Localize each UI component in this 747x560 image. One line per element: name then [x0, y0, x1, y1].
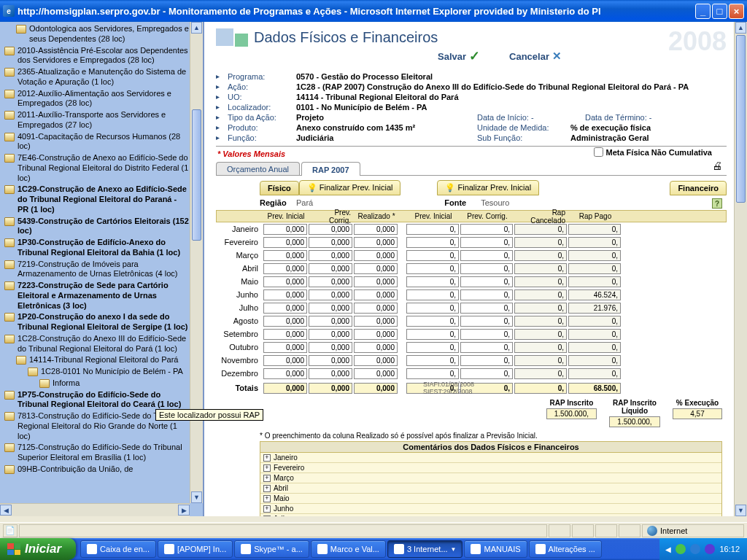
grid-cell[interactable]: 0,000 — [309, 250, 352, 261]
grid-cell[interactable]: 0,000 — [354, 289, 398, 300]
grid-cell[interactable]: 0,000 — [354, 329, 398, 340]
expand-icon[interactable]: + — [263, 454, 271, 462]
grid-cell[interactable]: 0, — [406, 224, 459, 235]
scroll-up-icon[interactable]: ▲ — [191, 22, 202, 34]
sidebar-item[interactable]: 2010-Assistência Pré-Escolar aos Depende… — [4, 45, 190, 67]
scroll-down-icon[interactable]: ▼ — [191, 491, 202, 503]
sidebar-item[interactable]: Odontologica aos Servidores, Empregados … — [4, 23, 190, 45]
scroll-down-icon[interactable]: ▼ — [735, 505, 746, 516]
sidebar-item[interactable]: 7223-Construção de Sede para Cartório El… — [4, 280, 190, 311]
grid-cell[interactable]: 0, — [406, 355, 459, 366]
help-icon[interactable]: ? — [712, 198, 722, 209]
grid-cell[interactable]: 0,000 — [354, 237, 398, 248]
sidebar-item[interactable]: 7125-Construção do Edifício-Sede do Trib… — [4, 442, 190, 464]
expand-icon[interactable]: + — [263, 475, 271, 482]
tab-rap-2007[interactable]: RAP 2007 — [301, 162, 360, 176]
expand-icon[interactable]: + — [263, 516, 271, 517]
scroll-up-icon[interactable]: ▲ — [735, 22, 746, 34]
sidebar-item[interactable]: 1P75-Construção do Edifício-Sede do Trib… — [4, 389, 190, 411]
grid-cell[interactable]: 0, — [406, 316, 459, 327]
comment-row[interactable]: +Março — [260, 473, 721, 483]
grid-cell[interactable]: 0, — [460, 303, 513, 314]
content-scrollbar[interactable]: ▲ ▼ — [734, 22, 747, 516]
grid-cell[interactable]: 0, — [460, 342, 513, 353]
sidebar-item[interactable]: 2011-Auxílio-Transporte aos Servidores e… — [4, 109, 190, 131]
grid-cell[interactable]: 0,000 — [309, 303, 352, 314]
taskbar-button[interactable]: Caixa de en... — [80, 540, 156, 558]
sidebar-item[interactable]: 2365-Atualização e Manutenção do Sistema… — [4, 66, 190, 88]
close-button[interactable]: × — [729, 4, 744, 19]
sidebar-item[interactable]: 2012-Auxílio-Alimentação aos Servidores … — [4, 88, 190, 110]
grid-cell[interactable]: 0,000 — [354, 342, 398, 353]
comment-row[interactable]: +Abril — [260, 483, 721, 494]
grid-cell[interactable]: 0, — [460, 355, 513, 366]
grid-cell[interactable]: 0, — [460, 250, 513, 261]
sidebar-item[interactable]: 1P20-Construção do anexo I da sede do Tr… — [4, 311, 190, 333]
tray-icon[interactable] — [705, 544, 715, 554]
grid-cell[interactable]: 0,000 — [263, 342, 307, 353]
comment-row[interactable]: +Julho — [260, 514, 721, 516]
grid-cell[interactable]: 0,000 — [354, 303, 398, 314]
sidebar-item[interactable]: 1C28-0101 No Município de Belém - PA — [4, 366, 190, 378]
grid-cell[interactable]: 0, — [406, 289, 459, 300]
scroll-thumb[interactable] — [192, 109, 201, 241]
sidebar-item[interactable]: 7E46-Construção de Anexo ao Edifício-Sed… — [4, 152, 190, 184]
grid-cell[interactable]: 0,000 — [263, 329, 307, 340]
minimize-button[interactable]: _ — [695, 4, 711, 19]
print-icon[interactable]: 🖨 — [712, 160, 722, 171]
grid-cell[interactable]: 0,000 — [309, 224, 352, 235]
grid-cell[interactable]: 0,000 — [354, 250, 398, 261]
start-button[interactable]: Iniciar — [0, 538, 76, 560]
grid-cell[interactable]: 0,000 — [309, 276, 352, 287]
sidebar-scrollbar-h[interactable]: ◀ ▶ — [0, 503, 190, 516]
expand-icon[interactable]: + — [263, 495, 271, 502]
sidebar-item[interactable]: Informa — [4, 378, 190, 389]
grid-cell[interactable]: 0,000 — [354, 224, 398, 235]
taskbar-button[interactable]: Alterações ... — [529, 540, 602, 558]
taskbar-button[interactable]: [APOMP] In... — [158, 540, 233, 558]
maximize-button[interactable]: □ — [712, 4, 727, 19]
tray-chevron-icon[interactable]: ◀ — [665, 545, 671, 553]
grid-cell[interactable]: 0,000 — [354, 276, 398, 287]
grid-cell[interactable]: 0,000 — [309, 342, 352, 353]
grid-cell[interactable]: 0,000 — [309, 289, 352, 300]
sidebar-scrollbar-v[interactable]: ▲ ▼ — [190, 22, 203, 503]
sidebar-item[interactable]: 4091-Capacitação de Recursos Humanos (28… — [4, 131, 190, 153]
grid-cell[interactable]: 0,000 — [263, 289, 307, 300]
grid-cell[interactable]: 0,000 — [263, 316, 307, 327]
grid-cell[interactable]: 0,000 — [263, 303, 307, 314]
grid-cell[interactable]: 0, — [406, 263, 459, 274]
grid-cell[interactable]: 0, — [406, 368, 459, 379]
expand-icon[interactable]: + — [263, 464, 271, 472]
taskbar-button[interactable]: Skype™ - a... — [234, 540, 309, 558]
sidebar-item[interactable]: 1C29-Construção de Anexo ao Edifício-Sed… — [4, 184, 190, 215]
grid-cell[interactable]: 0,000 — [263, 237, 307, 248]
grid-cell[interactable]: 0, — [406, 250, 459, 261]
taskbar-button[interactable]: 3 Internet... ▼ — [387, 540, 463, 558]
grid-cell[interactable]: 0,000 — [309, 237, 352, 248]
grid-cell[interactable]: 0,000 — [263, 263, 307, 274]
tray-icon[interactable] — [676, 544, 686, 554]
meta-fisica-checkbox[interactable]: Meta Física Não Cumulativa — [594, 147, 713, 157]
grid-cell[interactable]: 0, — [406, 276, 459, 287]
grid-cell[interactable]: 0, — [460, 276, 513, 287]
tray-icon[interactable] — [690, 544, 700, 554]
sidebar-item[interactable]: 5439-Construção de Cartórios Eleitorais … — [4, 216, 190, 238]
scroll-left-icon[interactable]: ◀ — [0, 505, 12, 516]
taskbar-button[interactable]: MANUAIS — [464, 540, 527, 558]
cancelar-button[interactable]: Cancelar✕ — [509, 48, 562, 64]
expand-icon[interactable]: + — [263, 505, 271, 513]
grid-cell[interactable]: 0, — [406, 303, 459, 314]
grid-cell[interactable]: 0, — [460, 289, 513, 300]
comment-row[interactable]: +Junho — [260, 504, 721, 514]
tab-orcamento[interactable]: Orçamento Anual — [216, 162, 300, 175]
grid-cell[interactable]: 0,000 — [263, 355, 307, 366]
grid-cell[interactable]: 0,000 — [309, 316, 352, 327]
comment-row[interactable]: +Fevereiro — [260, 463, 721, 473]
sidebar-item[interactable]: 1C28-Construção do Anexo III do Edifício… — [4, 333, 190, 355]
grid-cell[interactable]: 0,000 — [309, 368, 352, 379]
grid-cell[interactable]: 0, — [406, 342, 459, 353]
grid-cell[interactable]: 0,000 — [354, 263, 398, 274]
scroll-thumb[interactable] — [736, 35, 746, 203]
grid-cell[interactable]: 0,000 — [263, 250, 307, 261]
